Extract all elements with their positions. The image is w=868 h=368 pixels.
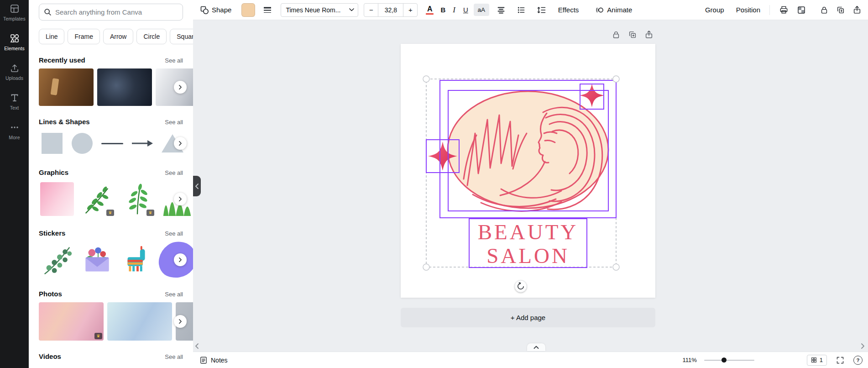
- graphics-row: ♛ ♛: [29, 181, 193, 217]
- recent-thumb-photo-2[interactable]: [97, 68, 152, 106]
- decrease-font-size-button[interactable]: −: [364, 4, 378, 16]
- recent-thumb-photo-1[interactable]: [39, 68, 94, 106]
- elements-panel: Line Frame Arrow Circle Square Recently …: [29, 0, 193, 368]
- page-indicator-button[interactable]: 1: [807, 355, 827, 366]
- sticker-envelope-flowers[interactable]: [79, 242, 115, 278]
- chevron-left-icon: [195, 343, 199, 349]
- align-center-icon: [497, 5, 506, 15]
- fullscreen-button[interactable]: [836, 356, 844, 364]
- transparency-button[interactable]: [797, 5, 806, 15]
- animate-button[interactable]: Animate: [595, 5, 632, 15]
- position-button[interactable]: Position: [736, 6, 760, 14]
- logo-text-line1[interactable]: BEAUTY: [478, 220, 579, 244]
- sidebar-item-templates[interactable]: Templates: [0, 4, 29, 21]
- shape-circle[interactable]: [69, 130, 95, 157]
- rotate-handle[interactable]: [515, 280, 527, 292]
- see-all-graphics[interactable]: See all: [165, 169, 183, 176]
- search-bar[interactable]: [39, 4, 183, 21]
- see-all-recently-used[interactable]: See all: [165, 57, 183, 64]
- selection-handle-top-right[interactable]: [613, 76, 619, 82]
- print-button[interactable]: [779, 5, 789, 15]
- see-all-videos[interactable]: See all: [165, 353, 183, 360]
- spacing-button[interactable]: [537, 5, 546, 15]
- lock-page-button[interactable]: [612, 30, 621, 39]
- duplicate-button[interactable]: [836, 5, 845, 15]
- graphics-scroll-right[interactable]: [174, 193, 187, 205]
- page-number: 1: [820, 357, 823, 363]
- stickers-scroll-right[interactable]: [174, 253, 187, 266]
- bold-button[interactable]: B: [440, 6, 445, 14]
- sidebar-item-text[interactable]: Text: [0, 93, 29, 110]
- fill-color-swatch[interactable]: [241, 3, 255, 17]
- text-color-letter: A: [427, 5, 433, 13]
- lock-button[interactable]: [820, 5, 829, 15]
- rail-item-label: More: [9, 135, 20, 140]
- sidebar-item-elements[interactable]: Elements: [0, 33, 29, 51]
- zoom-slider[interactable]: [704, 357, 754, 363]
- selection-handle-bottom-right[interactable]: [613, 264, 619, 270]
- sticker-eucalyptus[interactable]: [39, 242, 75, 278]
- duplicate-page-button[interactable]: [628, 30, 637, 39]
- lines-shapes-scroll-right[interactable]: [174, 137, 187, 150]
- help-button[interactable]: ?: [853, 356, 863, 365]
- rail-item-label: Templates: [3, 16, 26, 21]
- bottom-bar-expand-handle[interactable]: [527, 343, 545, 351]
- section-title-photos: Photos: [39, 290, 62, 298]
- chip-frame[interactable]: Frame: [68, 29, 99, 44]
- logo-text-line2[interactable]: SALON: [486, 244, 570, 268]
- export-button[interactable]: [852, 5, 862, 15]
- text-align-button[interactable]: [497, 5, 506, 15]
- beauty-salon-logo-artwork[interactable]: BEAUTY SALON: [428, 84, 608, 268]
- sidebar-item-uploads[interactable]: Uploads: [0, 63, 29, 81]
- page-actions: [612, 30, 654, 39]
- zoom-slider-thumb[interactable]: [722, 357, 727, 363]
- zoom-slider-track[interactable]: [704, 360, 754, 361]
- photo-pink-gradient[interactable]: ♛: [39, 302, 104, 341]
- effects-button[interactable]: Effects: [558, 6, 579, 14]
- panel-collapse-handle[interactable]: [193, 176, 201, 196]
- chip-arrow[interactable]: Arrow: [103, 29, 134, 44]
- graphic-leaf-branch-2[interactable]: ♛: [119, 181, 156, 217]
- shape-line[interactable]: [99, 130, 125, 157]
- chip-line[interactable]: Line: [39, 29, 64, 44]
- sidebar-item-more[interactable]: More: [0, 122, 29, 140]
- text-color-button[interactable]: A: [426, 5, 434, 15]
- chip-square[interactable]: Square: [170, 29, 193, 44]
- design-page[interactable]: BEAUTY SALON: [401, 44, 655, 298]
- graphic-pink-gradient[interactable]: [39, 181, 75, 217]
- selection-handle-bottom-left[interactable]: [423, 264, 429, 270]
- recently-used-scroll-right[interactable]: [174, 81, 187, 94]
- photo-blue-gradient[interactable]: [107, 302, 172, 341]
- share-page-button[interactable]: [644, 30, 654, 39]
- zoom-percent: 111%: [682, 357, 696, 363]
- print-icon: [779, 5, 789, 15]
- see-all-lines-shapes[interactable]: See all: [165, 119, 183, 126]
- increase-font-size-button[interactable]: +: [403, 4, 417, 16]
- scroll-left-arrow[interactable]: [195, 343, 199, 349]
- shape-button[interactable]: Shape: [200, 5, 231, 15]
- see-all-stickers[interactable]: See all: [165, 230, 183, 237]
- chip-circle[interactable]: Circle: [136, 29, 167, 44]
- list-button[interactable]: [517, 5, 526, 15]
- sparkle-star-right[interactable]: [580, 84, 604, 107]
- text-case-button[interactable]: aA: [474, 4, 489, 16]
- border-style-button[interactable]: [262, 5, 272, 15]
- shape-arrow[interactable]: [129, 130, 156, 157]
- font-family-select[interactable]: Times Neue Rom...: [281, 3, 358, 17]
- selection-handle-top-left[interactable]: [423, 76, 429, 82]
- group-button[interactable]: Group: [705, 6, 724, 14]
- scroll-right-arrow[interactable]: [860, 343, 865, 349]
- font-size-value[interactable]: 32,8: [378, 4, 403, 16]
- see-all-photos[interactable]: See all: [165, 291, 183, 298]
- add-page-button[interactable]: + Add page: [401, 308, 655, 327]
- italic-button[interactable]: I: [453, 5, 455, 15]
- underline-button[interactable]: U: [463, 6, 468, 14]
- shape-square[interactable]: [39, 130, 65, 157]
- transparency-icon: [797, 5, 806, 15]
- bullet-list-icon: [517, 5, 526, 15]
- notes-button[interactable]: Notes: [199, 356, 228, 364]
- sticker-pinata[interactable]: [119, 242, 156, 278]
- photos-scroll-right[interactable]: [174, 315, 187, 328]
- graphic-leaf-branch-1[interactable]: ♛: [79, 181, 115, 217]
- search-input[interactable]: [55, 8, 178, 16]
